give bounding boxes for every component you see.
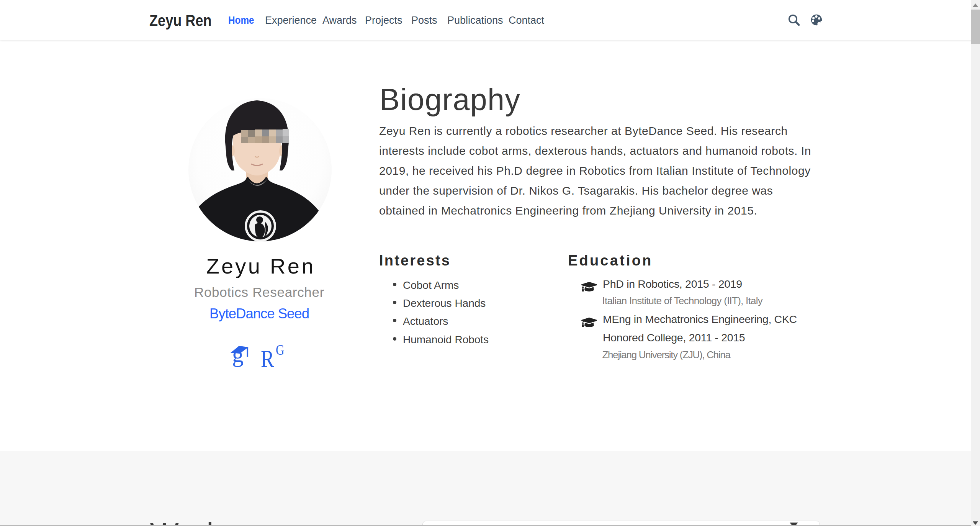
svg-text:G: G [276, 343, 285, 358]
svg-text:R: R [261, 345, 274, 370]
